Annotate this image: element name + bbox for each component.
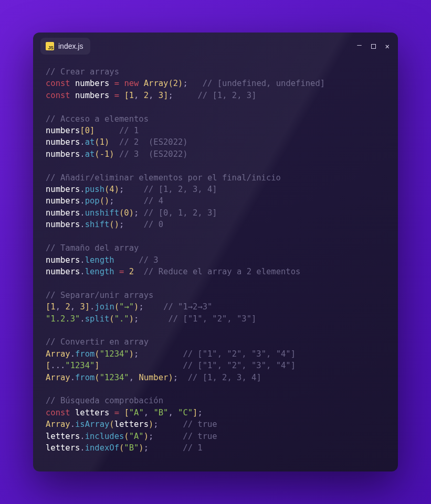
paren: ) <box>129 208 134 218</box>
maximize-icon[interactable] <box>371 44 376 49</box>
punct: ; <box>109 196 114 206</box>
punct: . <box>80 208 85 218</box>
identifier: numbers <box>46 126 80 135</box>
identifier: numbers <box>46 137 80 147</box>
identifier: letters <box>46 432 80 441</box>
string: "B" <box>124 443 139 453</box>
class: Array <box>46 373 70 382</box>
number: 2 <box>129 267 134 276</box>
comment: // 4 <box>144 196 163 206</box>
punct: , <box>149 91 153 100</box>
comment: // [undefined, undefined] <box>203 79 325 88</box>
punct: , <box>70 302 75 312</box>
punct: , <box>134 91 139 100</box>
comment: // ["1", "2", "3"] <box>168 314 256 324</box>
method: from <box>75 349 94 359</box>
string: "B" <box>153 408 168 417</box>
paren: ( <box>104 185 109 194</box>
comment: // ["1", "2", "3", "4"] <box>183 349 296 359</box>
minimize-icon[interactable]: — <box>357 41 361 48</box>
method: at <box>85 149 95 159</box>
comment: // Convertir en array <box>46 337 149 347</box>
string: "1.2.3" <box>46 314 80 324</box>
paren: ) <box>144 432 149 441</box>
paren: ( <box>94 149 99 159</box>
punct: . <box>70 420 75 429</box>
bracket: ] <box>85 302 90 312</box>
method: from <box>75 373 94 382</box>
operator: = <box>119 267 124 276</box>
number: -1 <box>100 149 110 159</box>
keyword: new <box>124 79 139 88</box>
paren: ) <box>149 420 153 429</box>
comment: // [1, 2, 3] <box>197 91 256 100</box>
punct: ; <box>134 314 139 324</box>
punct: ; <box>197 408 202 417</box>
paren: ( <box>119 443 124 453</box>
punct: , <box>168 408 173 417</box>
class: Array <box>46 349 70 359</box>
string: "A" <box>129 432 144 441</box>
method: isArray <box>75 420 109 429</box>
number: 3 <box>159 91 163 100</box>
punct: ; <box>119 220 124 229</box>
number: 1 <box>100 137 104 147</box>
keyword: const <box>46 79 70 88</box>
paren: () <box>109 220 119 229</box>
identifier: letters <box>75 408 109 417</box>
filename-label: index.js <box>58 42 83 50</box>
number: 4 <box>109 185 114 194</box>
comment: // 3 (ES2022) <box>119 149 188 159</box>
paren: ( <box>109 314 114 324</box>
method: push <box>85 185 104 194</box>
paren: () <box>100 196 110 206</box>
js-file-icon: JS <box>46 42 54 50</box>
number: 2 <box>173 79 178 88</box>
comment: // true <box>183 432 217 441</box>
comment: // 0 <box>144 220 163 229</box>
class: Number <box>139 373 168 382</box>
identifier: numbers <box>46 185 80 194</box>
identifier: numbers <box>75 79 109 88</box>
bracket: [ <box>80 126 85 135</box>
comment: // [1, 2, 3, 4] <box>144 185 217 194</box>
punct: . <box>80 220 85 229</box>
operator: = <box>114 91 119 100</box>
punct: , <box>129 373 134 382</box>
string: "1234" <box>100 373 129 382</box>
paren: ) <box>109 149 114 159</box>
string: "." <box>114 314 129 324</box>
paren: ) <box>129 314 134 324</box>
comment: // Reduce el array a 2 elementos <box>144 267 301 276</box>
punct: . <box>80 149 85 159</box>
identifier: numbers <box>46 220 80 229</box>
bracket: [ <box>124 91 129 100</box>
paren: ) <box>104 137 109 147</box>
operator: = <box>114 408 119 417</box>
punct: ; <box>173 373 178 382</box>
paren: ( <box>119 208 124 218</box>
bracket: [ <box>46 302 50 312</box>
punct: . <box>80 255 85 265</box>
method: includes <box>85 432 124 441</box>
identifier: numbers <box>46 149 80 159</box>
identifier: numbers <box>46 196 80 206</box>
bracket: [ <box>46 361 50 370</box>
punct: , <box>144 408 149 417</box>
punct: ... <box>50 361 65 370</box>
code-content: // Crear arrays const numbers = new Arra… <box>33 60 398 471</box>
paren: ( <box>109 420 114 429</box>
comment: // [0, 1, 2, 3] <box>144 208 217 218</box>
comment: // Añadir/eliminar elementos por el fina… <box>46 173 281 183</box>
file-tab[interactable]: JS index.js <box>40 38 90 55</box>
string: "1234" <box>100 349 129 359</box>
comment: // 1 <box>183 443 202 453</box>
close-icon[interactable]: ✕ <box>385 42 390 50</box>
punct: . <box>80 314 85 324</box>
number: 1 <box>129 91 134 100</box>
paren: ( <box>124 432 129 441</box>
comment: // Búsqueda comprobación <box>46 396 163 405</box>
class: Array <box>46 420 70 429</box>
string: "C" <box>178 408 193 417</box>
punct: . <box>80 137 85 147</box>
